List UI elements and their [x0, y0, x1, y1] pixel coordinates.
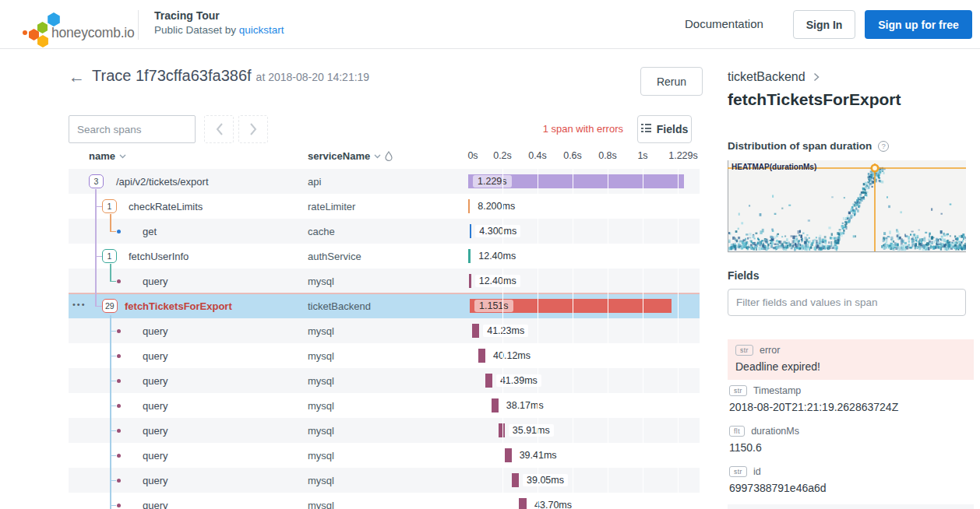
quickstart-link[interactable]: quickstart: [239, 24, 284, 36]
table-row[interactable]: querymysql38.17ms: [69, 393, 700, 418]
documentation-link[interactable]: Documentation: [685, 17, 763, 30]
duration-label: 12.40ms: [475, 275, 520, 287]
duration-bar[interactable]: [478, 349, 485, 363]
trace-timestamp: at 2018-08-20 14:21:19: [256, 71, 370, 83]
table-row[interactable]: querymysql39.41ms: [69, 443, 700, 468]
duration-bar[interactable]: [468, 249, 471, 263]
table-row[interactable]: querymysql35.91ms: [69, 418, 700, 443]
chevron-down-icon: [374, 154, 381, 159]
collapse-count-badge[interactable]: 29: [102, 299, 118, 313]
duration-bar[interactable]: [519, 498, 527, 509]
duration-label: 35.91ms: [509, 424, 554, 437]
span-service-name: cache: [308, 226, 335, 237]
table-row[interactable]: 1checkRateLimitsrateLimiter8.200ms: [69, 194, 700, 219]
chevron-right-icon: [249, 122, 258, 136]
span-service-name: rateLimiter: [308, 201, 355, 212]
span-service-name: api: [308, 176, 321, 188]
table-row[interactable]: querymysql40.12ms: [69, 343, 700, 368]
duration-label: 8.200ms: [474, 200, 519, 212]
table-row[interactable]: querymysql43.70ms: [69, 493, 700, 509]
field-row-id[interactable]: strid6997388791e46a6d: [728, 461, 974, 501]
distribution-label: Distribution of span duration ?: [728, 140, 889, 152]
help-icon[interactable]: ?: [878, 141, 889, 152]
table-row[interactable]: getcache4.300ms: [69, 219, 700, 244]
duration-label: 41.23ms: [483, 325, 528, 337]
table-row[interactable]: querymysql12.40ms: [69, 269, 700, 293]
duration-bar[interactable]: [470, 224, 471, 238]
field-row-Timestamp[interactable]: strTimestamp2018-08-20T21:21:19.26286372…: [728, 380, 974, 420]
table-row[interactable]: 3/api/v2/tickets/exportapi1.229s: [69, 169, 700, 194]
duration-bar[interactable]: [512, 473, 519, 487]
table-row[interactable]: querymysql39.05ms: [69, 468, 700, 493]
duration-label: 4.300ms: [475, 225, 520, 237]
name-header-label: name: [89, 150, 115, 162]
heatmap-title: HEATMAP(durationMs): [731, 163, 816, 171]
duration-bar[interactable]: 1.229s: [468, 174, 684, 188]
tree-connector-line: [110, 315, 111, 509]
chevron-left-icon: [215, 122, 224, 136]
span-name: checkRateLimits: [129, 201, 203, 212]
fields-button-label: Fields: [657, 123, 688, 135]
duration-bar[interactable]: [492, 398, 499, 412]
span-dot: [117, 404, 121, 408]
breadcrumb-service[interactable]: ticketBackend: [728, 70, 806, 84]
field-row-durationMs[interactable]: fltdurationMs1150.6: [728, 420, 974, 461]
span-dot: [117, 230, 121, 233]
duration-bar[interactable]: [485, 374, 492, 388]
timeline-tick: 0.6s: [563, 150, 582, 161]
collapse-count-badge[interactable]: 3: [89, 174, 104, 188]
table-row[interactable]: 1fetchUserInfoauthService12.40ms: [69, 244, 700, 269]
span-service-name: mysql: [308, 325, 334, 337]
field-row-error[interactable]: strerrorDeadline expired!: [728, 339, 974, 380]
span-table-body: 3/api/v2/tickets/exportapi1.229s1checkRa…: [69, 169, 700, 509]
next-span-button[interactable]: [238, 115, 268, 143]
span-service-name: mysql: [308, 500, 334, 509]
collapse-count-badge[interactable]: 1: [102, 199, 117, 213]
span-service-name: mysql: [308, 276, 334, 287]
column-header-service[interactable]: serviceName: [308, 150, 393, 162]
span-service-name: mysql: [308, 450, 334, 462]
duration-bar[interactable]: [505, 448, 512, 462]
tree-connector-line: [110, 264, 111, 281]
duration-bar[interactable]: [468, 199, 470, 213]
sign-up-button[interactable]: Sign up for free: [865, 10, 972, 39]
table-row[interactable]: querymysql41.23ms: [69, 318, 700, 343]
duration-bar[interactable]: [469, 274, 471, 288]
trace-id: Trace 1f73cffa63fa386f: [92, 67, 252, 84]
honeycomb-logo[interactable]: honeycomb.io: [11, 5, 136, 45]
span-service-name: mysql: [308, 375, 334, 387]
field-list-icon: [641, 124, 651, 135]
duration-heatmap[interactable]: HEATMAP(durationMs): [728, 160, 966, 253]
duration-label: 39.41ms: [516, 449, 561, 462]
table-row[interactable]: •••29fetchTicketsForExportticketBackend1…: [69, 293, 700, 318]
field-name: Timestamp: [753, 385, 801, 396]
prev-span-button[interactable]: [204, 115, 234, 143]
row-menu-icon[interactable]: •••: [72, 300, 86, 309]
logo-text: honeycomb.io: [51, 25, 135, 41]
duration-label: 1.229s: [473, 175, 512, 188]
span-dot: [117, 429, 121, 433]
span-fields-list: strerrorDeadline expired!strTimestamp201…: [728, 339, 974, 501]
span-dot: [117, 354, 121, 358]
back-arrow-icon[interactable]: ←: [69, 68, 85, 86]
duration-bar[interactable]: [499, 423, 505, 437]
span-dot: [117, 479, 121, 483]
sign-in-button[interactable]: Sign In: [793, 10, 855, 39]
span-name: query: [143, 500, 168, 509]
duration-label: 43.70ms: [531, 499, 576, 509]
duration-bar[interactable]: 1.151s: [470, 299, 672, 313]
timeline-tick: 1s: [637, 150, 647, 161]
filter-fields-input[interactable]: [728, 289, 966, 316]
span-name: query: [143, 375, 168, 387]
collapse-count-badge[interactable]: 1: [102, 249, 117, 263]
column-header-name[interactable]: name: [89, 150, 126, 162]
error-span-summary[interactable]: 1 span with errors: [483, 123, 623, 135]
duration-bar[interactable]: [472, 324, 479, 338]
next-field-row-partial: [728, 504, 974, 509]
color-drop-icon[interactable]: [385, 151, 393, 161]
fields-button[interactable]: Fields: [637, 115, 692, 143]
rerun-button[interactable]: Rerun: [640, 67, 703, 96]
table-row[interactable]: querymysql41.39ms: [69, 368, 700, 393]
dataset-subtitle-prefix: Public Dataset by: [154, 24, 239, 36]
search-spans-input[interactable]: [69, 115, 196, 143]
